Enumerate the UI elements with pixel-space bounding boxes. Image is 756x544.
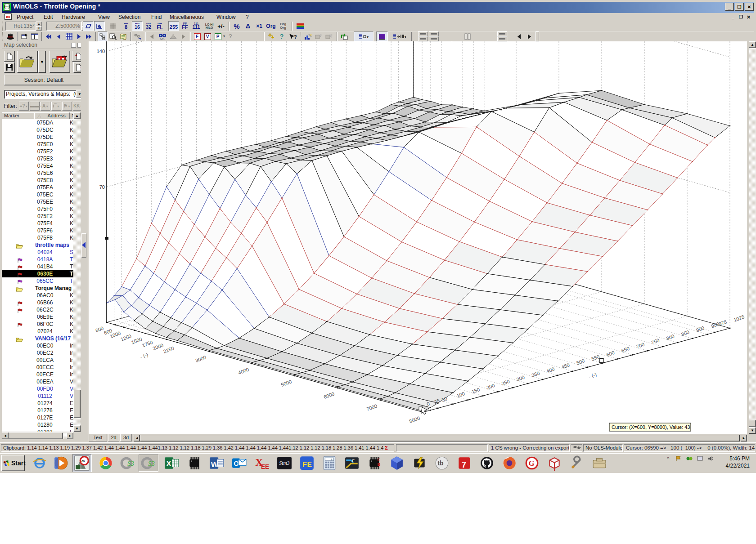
svg-text:975: 975 [718, 319, 727, 327]
svg-text:S3: S3 [148, 460, 155, 467]
svg-text:∞: ∞ [81, 458, 85, 464]
svg-text:G: G [529, 459, 535, 468]
svg-text:550: 550 [591, 354, 600, 362]
svg-text:Stm3: Stm3 [279, 460, 290, 466]
svg-text:150: 150 [471, 387, 480, 395]
svg-text:7: 7 [462, 460, 467, 469]
svg-text:70: 70 [99, 184, 105, 190]
svg-text:850: 850 [680, 329, 690, 337]
svg-text:700: 700 [635, 342, 645, 350]
svg-text:300: 300 [516, 375, 525, 383]
svg-text:▾: ▾ [367, 35, 369, 39]
svg-text:S3: S3 [127, 460, 134, 467]
svg-text:200: 200 [486, 383, 495, 391]
svg-text:X: X [166, 459, 171, 468]
svg-text:FE: FE [302, 460, 312, 469]
svg-text:100: 100 [456, 391, 465, 399]
svg-text:2000: 2000 [152, 342, 164, 351]
svg-text:2250: 2250 [162, 345, 175, 354]
svg-text:F: F [352, 458, 355, 463]
svg-text:140: 140 [97, 49, 105, 54]
svg-text:600: 600 [606, 350, 615, 358]
svg-text:5000: 5000 [280, 379, 292, 388]
svg-text:800: 800 [666, 333, 675, 341]
svg-text:400: 400 [546, 366, 555, 374]
svg-text:450: 450 [561, 362, 570, 370]
svg-text:O: O [234, 460, 239, 467]
svg-text:?: ? [294, 34, 297, 40]
svg-text:900: 900 [695, 325, 705, 333]
svg-text:8000: 8000 [409, 415, 421, 424]
svg-text:tb: tb [437, 459, 443, 467]
svg-text:EE: EE [261, 463, 269, 470]
svg-text:B: B [377, 462, 380, 467]
svg-text:250: 250 [501, 379, 510, 387]
svg-text:- (-): - (-) [588, 372, 598, 379]
svg-text:4000: 4000 [238, 367, 250, 376]
svg-text:Cursor: (X=600, Y=8000), Value: Cursor: (X=600, Y=8000), Value: 43 [612, 424, 690, 430]
svg-text:750: 750 [651, 338, 660, 346]
svg-text:350: 350 [531, 370, 540, 378]
svg-text:1500: 1500 [130, 336, 143, 345]
svg-text:6000: 6000 [323, 391, 335, 400]
svg-text:1250: 1250 [120, 333, 132, 342]
svg-text:8: 8 [331, 458, 332, 461]
svg-text:7000: 7000 [366, 403, 378, 412]
svg-text:1750: 1750 [141, 339, 153, 348]
svg-text:650: 650 [621, 346, 630, 354]
svg-text:- (-): - (-) [140, 352, 149, 360]
svg-text:600: 600 [94, 326, 104, 334]
svg-text:▾: ▾ [405, 35, 406, 39]
svg-text:1025: 1025 [733, 314, 745, 323]
svg-text:3000: 3000 [195, 355, 207, 364]
svg-text:F: F [377, 457, 380, 462]
svg-text:500: 500 [576, 358, 585, 366]
svg-text:IOI!..: IOI!.. [160, 37, 165, 40]
